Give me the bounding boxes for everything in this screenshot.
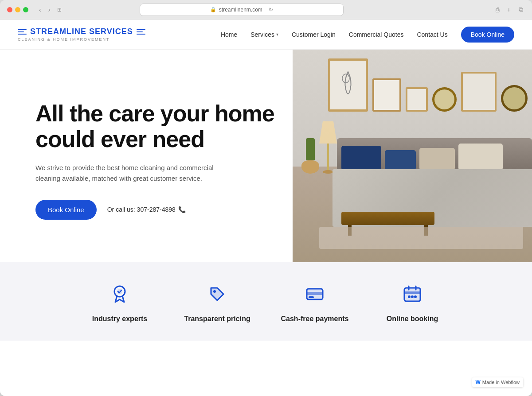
website-content: STREAMLINE SERVICES CLEANING & HOME IMPR… bbox=[0, 19, 532, 396]
logo-line-1 bbox=[18, 29, 27, 30]
hero-section: All the care your home could ever need W… bbox=[0, 50, 532, 262]
hero-cta: Book Online Or call us: 307-287-4898 📞 bbox=[35, 200, 275, 220]
art-frame-3 bbox=[406, 87, 428, 112]
browser-nav-buttons: ‹ › bbox=[37, 4, 52, 15]
svg-rect-10 bbox=[404, 291, 420, 294]
award-icon bbox=[110, 284, 129, 308]
pillow-beige bbox=[419, 148, 455, 170]
browser-window: ‹ › ⊞ 🔒 streamlinenm.com ↻ ⎙ + ⧉ bbox=[0, 0, 532, 396]
pillow-large bbox=[458, 144, 503, 170]
svg-point-11 bbox=[408, 295, 411, 298]
nav-customer-login[interactable]: Customer Login bbox=[292, 31, 336, 38]
reload-icon[interactable]: ↻ bbox=[269, 7, 273, 13]
logo-line-r2 bbox=[137, 31, 143, 32]
maximize-dot[interactable] bbox=[23, 7, 28, 12]
nav-services[interactable]: Services ▾ bbox=[250, 31, 278, 38]
feature-transparent-pricing-label: Transparent pricing bbox=[184, 315, 250, 323]
logo-line-r3 bbox=[137, 34, 145, 35]
logo-line-3 bbox=[18, 34, 27, 35]
grid-button[interactable]: ⊞ bbox=[57, 7, 62, 13]
art-circle-1 bbox=[432, 87, 457, 112]
logo[interactable]: STREAMLINE SERVICES CLEANING & HOME IMPR… bbox=[18, 27, 145, 42]
nav-contact-us[interactable]: Contact Us bbox=[417, 31, 447, 38]
features-section: Industry experts Transparent pricing bbox=[0, 262, 532, 341]
pillow-navy-2 bbox=[385, 150, 416, 170]
address-bar[interactable]: 🔒 streamlinenm.com ↻ bbox=[140, 4, 344, 16]
new-tab-button[interactable]: + bbox=[505, 4, 512, 15]
logo-lines-right bbox=[137, 29, 145, 35]
svg-rect-8 bbox=[404, 288, 420, 301]
art-frame-1 bbox=[328, 58, 368, 112]
site-header: STREAMLINE SERVICES CLEANING & HOME IMPR… bbox=[0, 19, 532, 50]
back-button[interactable]: ‹ bbox=[37, 4, 43, 15]
svg-point-12 bbox=[411, 295, 414, 298]
svg-point-3 bbox=[213, 290, 216, 293]
feature-cash-free-payments: Cash-free payments bbox=[266, 284, 364, 323]
feature-online-booking-label: Online booking bbox=[387, 315, 438, 323]
hero-image-area bbox=[293, 50, 532, 262]
close-dot[interactable] bbox=[7, 7, 12, 12]
logo-text: STREAMLINE SERVICES bbox=[30, 27, 133, 36]
browser-action-buttons: ⎙ + ⧉ bbox=[494, 4, 525, 15]
tag-icon bbox=[207, 284, 227, 308]
wall-art-area bbox=[328, 58, 528, 112]
services-chevron-icon: ▾ bbox=[276, 32, 278, 37]
logo-line-r1 bbox=[137, 29, 145, 30]
pillow-navy-1 bbox=[341, 146, 381, 170]
nav-home[interactable]: Home bbox=[221, 31, 237, 38]
window-controls bbox=[7, 7, 28, 12]
hero-left: All the care your home could ever need W… bbox=[0, 50, 293, 262]
logo-tagline: CLEANING & HOME IMPROVEMENT bbox=[18, 37, 110, 42]
webflow-logo: W bbox=[476, 379, 481, 385]
calendar-icon bbox=[403, 284, 422, 308]
feature-industry-experts: Industry experts bbox=[71, 284, 168, 323]
art-frame-4 bbox=[461, 72, 497, 112]
tabs-button[interactable]: ⧉ bbox=[517, 4, 525, 15]
svg-rect-7 bbox=[309, 296, 314, 298]
lamp bbox=[319, 121, 337, 174]
hero-call-text: Or call us: 307-287-4898 📞 bbox=[107, 206, 186, 213]
svg-point-13 bbox=[414, 295, 417, 298]
feature-online-booking: Online booking bbox=[364, 284, 461, 323]
bedroom-scene bbox=[293, 50, 532, 262]
lock-icon: 🔒 bbox=[210, 7, 216, 12]
nav-commercial-quotes[interactable]: Commercial Quotes bbox=[349, 31, 404, 38]
phone-icon: 📞 bbox=[178, 206, 186, 213]
logo-line-2 bbox=[18, 31, 24, 32]
browser-titlebar: ‹ › ⊞ 🔒 streamlinenm.com ↻ ⎙ + ⧉ bbox=[0, 0, 532, 19]
plant bbox=[301, 138, 319, 174]
feature-industry-experts-label: Industry experts bbox=[92, 315, 147, 323]
credit-card-icon bbox=[305, 284, 325, 308]
url-text: streamlinenm.com bbox=[219, 7, 262, 13]
site-nav: Home Services ▾ Customer Login Commercia… bbox=[221, 27, 514, 43]
feature-cash-free-payments-label: Cash-free payments bbox=[281, 315, 349, 323]
art-circle-2 bbox=[501, 85, 528, 112]
svg-rect-6 bbox=[307, 292, 323, 295]
minimize-dot[interactable] bbox=[15, 7, 20, 12]
webflow-badge: W Made in Webflow bbox=[472, 377, 524, 387]
webflow-label: Made in Webflow bbox=[482, 380, 520, 385]
forward-button[interactable]: › bbox=[47, 4, 52, 15]
feature-transparent-pricing: Transparent pricing bbox=[168, 284, 266, 323]
rug bbox=[319, 227, 523, 249]
header-book-online-button[interactable]: Book Online bbox=[461, 27, 514, 43]
hero-title: All the care your home could ever need bbox=[35, 101, 275, 151]
share-button[interactable]: ⎙ bbox=[494, 4, 501, 15]
hero-subtitle: We strive to provide the best home clean… bbox=[35, 163, 222, 184]
art-frame-2 bbox=[372, 78, 401, 112]
hero-book-online-button[interactable]: Book Online bbox=[35, 200, 97, 220]
logo-lines-left bbox=[18, 29, 27, 35]
